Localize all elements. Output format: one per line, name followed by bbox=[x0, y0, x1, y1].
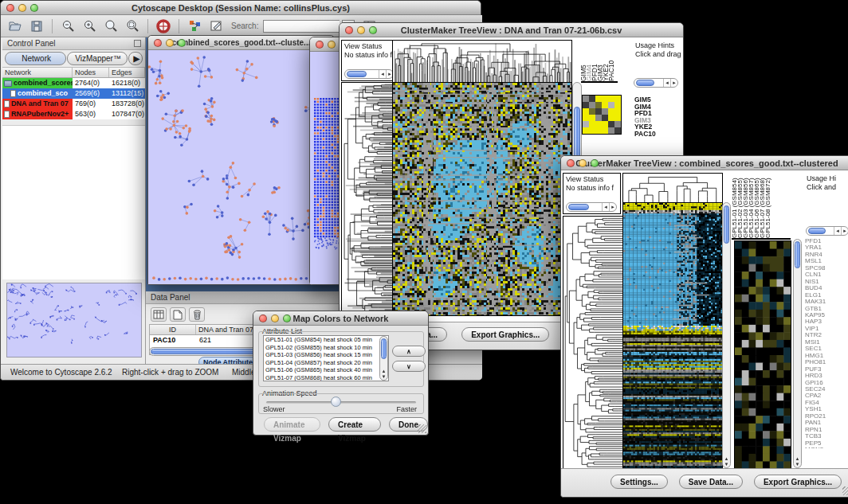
float-panel-icon[interactable] bbox=[134, 40, 141, 47]
zoom-selected-icon[interactable] bbox=[123, 18, 142, 35]
attribute-list-item[interactable]: GPL51-02 (GSM855) heat shock 10 min bbox=[265, 344, 388, 352]
view-status-scrollbar[interactable]: ◂▸ bbox=[566, 202, 617, 212]
resize-grip[interactable] bbox=[418, 424, 426, 433]
heatmap-global-view[interactable] bbox=[392, 82, 572, 316]
close-button[interactable] bbox=[567, 159, 575, 167]
network-list-row[interactable]: DNA and Tran 07 769(0) 183728(0) bbox=[2, 99, 145, 109]
gene-list-vscrollbar[interactable]: ▲▼ bbox=[793, 239, 802, 468]
resize-grip[interactable] bbox=[842, 486, 848, 495]
dialog-titlebar[interactable]: Map Colors to Network bbox=[253, 311, 428, 326]
row-dendrogram[interactable] bbox=[563, 216, 623, 470]
desktop: Cytoscape Desktop (Session Name: collins… bbox=[0, 0, 848, 504]
zoom-window-button[interactable] bbox=[30, 4, 38, 12]
column-label[interactable]: GPL51-08 (GSM872) bbox=[765, 173, 771, 238]
row-label[interactable]: PAC10 bbox=[634, 131, 679, 138]
network-item-icon bbox=[10, 90, 16, 97]
window-title: ClusterMaker TreeView : DNA and Tran 07-… bbox=[401, 25, 622, 35]
row-dendrogram[interactable] bbox=[341, 82, 393, 316]
close-button[interactable] bbox=[6, 4, 14, 12]
view-status-panel: View StatusNo status info f ◂▸ bbox=[341, 40, 397, 81]
minimize-button[interactable] bbox=[271, 315, 279, 322]
zoom-window-button[interactable] bbox=[369, 26, 377, 34]
attribute-list-item[interactable]: GPL51-06 (GSM865) heat shock 40 min bbox=[265, 366, 388, 374]
network-list-row[interactable]: combined_scores 2764(0) 16218(0) bbox=[2, 78, 145, 88]
delete-attribute-icon[interactable] bbox=[189, 307, 205, 322]
usage-hints-scrollbar[interactable]: ◂▸ bbox=[806, 226, 848, 236]
gene-label[interactable]: MON2 bbox=[805, 447, 848, 448]
move-down-button[interactable]: ∨ bbox=[392, 361, 426, 372]
status-message: Welcome to Cytoscape 2.6.2 bbox=[10, 365, 112, 380]
control-panel-tabs: Network VizMapper™ ▶ bbox=[2, 50, 145, 65]
minimize-button[interactable] bbox=[166, 39, 174, 47]
zoom-column-labels: GPL51-01 (GSM854)GPL51-02 (GSM855)GPL51-… bbox=[732, 173, 791, 240]
zoom-row-labels: GIM5GIM4PFD1GIM3YKE2PAC10 bbox=[634, 96, 679, 138]
heatmap-global-view[interactable] bbox=[622, 202, 723, 470]
close-button[interactable] bbox=[316, 41, 324, 49]
close-button[interactable] bbox=[154, 39, 162, 47]
zoom-window-button[interactable] bbox=[178, 39, 186, 47]
network-item-icon bbox=[4, 111, 10, 118]
control-panel-tab[interactable]: ▶ bbox=[128, 52, 143, 65]
treeview-button[interactable]: Export Graphics... bbox=[754, 475, 842, 489]
attribute-list-item[interactable]: GPL51-01 (GSM854) heat shock 05 min bbox=[265, 336, 388, 344]
status-hint-zoom: Right-click + drag to ZOOM bbox=[122, 365, 218, 380]
control-panel: Control Panel Network VizMapper™ ▶ bbox=[2, 37, 146, 365]
network-graph-canvas[interactable] bbox=[148, 50, 334, 284]
new-attribute-icon[interactable] bbox=[170, 307, 186, 322]
heatmap-zoom-view[interactable] bbox=[734, 240, 791, 470]
heatmap-zoom-view[interactable] bbox=[582, 95, 622, 135]
attribute-list-item[interactable]: GPL51-03 (GSM856) heat shock 15 min bbox=[265, 351, 388, 359]
attribute-list[interactable]: GPL51-01 (GSM854) heat shock 05 minGPL51… bbox=[263, 335, 389, 381]
network-list-header: Network Nodes Edges bbox=[2, 67, 145, 78]
create-network-icon[interactable] bbox=[185, 18, 204, 35]
zoom-in-icon[interactable] bbox=[80, 18, 99, 35]
zoom-window-button[interactable] bbox=[283, 315, 291, 322]
network-list-empty-area bbox=[2, 125, 145, 279]
open-folder-icon[interactable] bbox=[6, 18, 25, 35]
dialog-button[interactable]: Animate Vizmap bbox=[264, 417, 320, 432]
attribute-list-scrollbar[interactable]: ▲▼ bbox=[379, 336, 388, 381]
network-view-titlebar[interactable]: combined_scores_good.txt--cluste... bbox=[148, 36, 334, 50]
treeview-button[interactable]: Settings... bbox=[610, 475, 668, 489]
network-list-row[interactable]: combined_sco 2569(6) 13112(15) bbox=[2, 88, 145, 99]
dialog-button[interactable]: Create Vizmap bbox=[328, 417, 381, 432]
minimize-button[interactable] bbox=[328, 41, 336, 49]
help-icon[interactable] bbox=[154, 18, 173, 35]
treeview-titlebar[interactable]: ClusterMaker TreeView : DNA and Tran 07-… bbox=[340, 23, 683, 37]
treeview-titlebar[interactable]: ClusterMaker TreeView : combined_scores_… bbox=[561, 156, 848, 170]
zoom-fit-icon[interactable] bbox=[101, 18, 120, 35]
attribute-list-item[interactable]: GPL51-04 (GSM857) heat shock 20 min bbox=[265, 359, 388, 367]
treeview-button[interactable]: Export Graphics... bbox=[461, 327, 549, 342]
minimize-button[interactable] bbox=[18, 4, 26, 12]
usage-hints-panel: Usage HiClick and bbox=[804, 173, 848, 211]
usage-hints-scrollbar[interactable]: ◂▸ bbox=[634, 78, 678, 88]
attribute-list-item[interactable]: GPL51-07 (GSM868) heat shock 60 min bbox=[265, 374, 388, 381]
heatmap-vscrollbar[interactable]: ▲▼ bbox=[722, 202, 731, 468]
close-button[interactable] bbox=[259, 315, 267, 322]
minimize-button[interactable] bbox=[579, 159, 587, 167]
close-button[interactable] bbox=[345, 26, 353, 34]
zoom-out-icon[interactable] bbox=[58, 18, 77, 35]
save-icon[interactable] bbox=[27, 18, 46, 35]
network-list-row[interactable]: RNAPuberNov2+ 563(0) 107847(0) bbox=[2, 109, 145, 119]
cytoscape-titlebar[interactable]: Cytoscape Desktop (Session Name: collins… bbox=[1, 1, 481, 15]
network-item-icon bbox=[4, 80, 12, 87]
control-panel-header: Control Panel bbox=[2, 37, 145, 50]
animation-speed-slider-thumb[interactable] bbox=[331, 397, 341, 407]
column-dendrogram[interactable] bbox=[392, 40, 572, 83]
treeview-button[interactable]: Save Data... bbox=[679, 475, 743, 489]
zoom-window-button[interactable] bbox=[591, 159, 599, 167]
select-attributes-icon[interactable] bbox=[151, 307, 167, 322]
move-up-button[interactable]: ∧ bbox=[392, 346, 426, 357]
search-input[interactable] bbox=[263, 20, 340, 33]
control-panel-tab[interactable]: VizMapper™ bbox=[67, 52, 128, 65]
control-panel-tab[interactable]: Network bbox=[5, 52, 66, 65]
animation-speed-slider[interactable] bbox=[266, 401, 416, 404]
map-colors-dialog: Map Colors to Network Attribute List GPL… bbox=[253, 311, 429, 436]
column-label[interactable]: PAC10 bbox=[609, 40, 614, 81]
column-dendrogram[interactable] bbox=[622, 173, 723, 203]
view-status-scrollbar[interactable]: ◂▸ bbox=[344, 69, 394, 79]
minimize-button[interactable] bbox=[357, 26, 365, 34]
network-overview-thumbnail[interactable] bbox=[6, 283, 142, 357]
annotation-icon[interactable] bbox=[206, 18, 226, 35]
